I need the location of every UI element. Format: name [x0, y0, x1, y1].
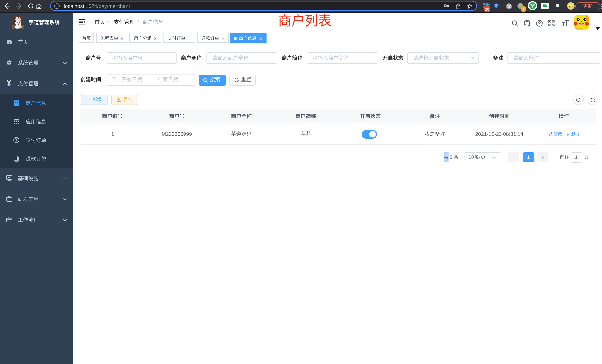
svg-text:1: 1 — [522, 7, 524, 11]
svg-text:10: 10 — [485, 7, 489, 11]
